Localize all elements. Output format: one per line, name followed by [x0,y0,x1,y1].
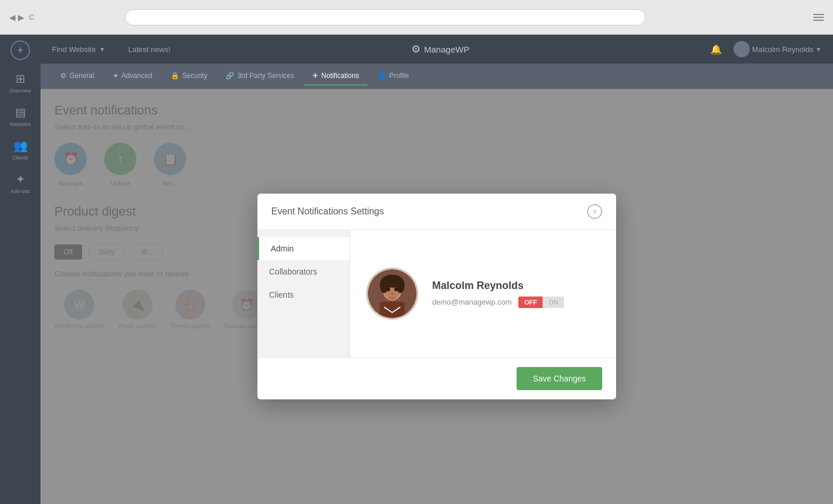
find-website-label: Find Website [52,45,96,54]
notification-toggle[interactable]: OFF ON [518,297,564,308]
dropdown-arrow-icon: ▼ [99,46,105,53]
sidebar-item-overview[interactable]: ⊞ Overview [0,67,40,98]
modal-nav-admin-label: Admin [271,244,294,253]
svg-point-5 [380,278,389,293]
browser-chrome: ◀ ▶ C [0,0,833,35]
sidebar: + ⊞ Overview ▤ Websites 👥 Clients ✦ Add-… [0,35,40,504]
user-email-row: demo@managewp.com OFF ON [432,297,600,308]
tab-notifications[interactable]: ✈ Notifications [304,67,367,86]
tab-security-label: Security [182,72,207,80]
sidebar-item-addons[interactable]: ✦ Add-ons [0,168,40,199]
tabs-bar: ⚙ General ✦ Advanced 🔒 Security 🔗 3rd Pa… [40,64,833,89]
modal-nav-admin[interactable]: Admin [257,237,349,260]
tab-3rd-party-label: 3rd Party Services [237,72,294,80]
nav-forward[interactable]: ▶ [18,13,24,22]
sidebar-addons-label: Add-ons [10,188,30,194]
notifications-icon: ✈ [312,72,318,80]
modal-sidebar-nav: Admin Collaborators Clients [257,230,350,357]
nav-arrows: ◀ ▶ [9,13,24,22]
modal-nav-collaborators[interactable]: Collaborators [257,260,349,283]
profile-icon: 👤 [378,72,386,80]
user-avatar-img [368,269,417,318]
address-bar[interactable] [125,9,646,25]
app-container: + ⊞ Overview ▤ Websites 👥 Clients ✦ Add-… [0,35,833,504]
user-info: Malcolm Reynolds demo@managewp.com OFF O… [432,280,600,308]
save-changes-button[interactable]: Save Changes [517,367,602,390]
modal-overlay: Event Notifications Settings × Admin [40,89,833,504]
svg-point-9 [391,292,394,295]
top-bar: Find Website ▼ Latest news! ⚙ ManageWP 🔔… [40,35,833,64]
general-icon: ⚙ [60,72,67,80]
nav-back[interactable]: ◀ [9,13,16,22]
sidebar-websites-label: Websites [10,121,31,127]
svg-point-8 [395,287,398,291]
event-notifications-modal: Event Notifications Settings × Admin [257,194,616,399]
sidebar-item-websites[interactable]: ▤ Websites [0,101,40,132]
user-menu-arrow-icon: ▼ [816,46,821,53]
modal-nav-collaborators-label: Collaborators [269,267,317,276]
page-content: Event notifications Select add-on to set… [40,89,833,504]
managewp-logo: ⚙ ManageWP [411,43,469,55]
sidebar-clients-label: Clients [12,155,28,161]
tab-profile[interactable]: 👤 Profile [370,67,417,86]
advanced-icon: ✦ [113,72,119,80]
tab-security[interactable]: 🔒 Security [163,67,215,86]
notification-bell-icon[interactable]: 🔔 [710,44,722,55]
security-icon: 🔒 [171,72,179,80]
close-icon: × [592,207,597,216]
modal-main-content: Malcolm Reynolds demo@managewp.com OFF O… [350,230,616,357]
svg-point-6 [396,278,405,293]
modal-title: Event Notifications Settings [271,206,384,217]
tab-advanced-label: Advanced [121,72,152,80]
main-content: Find Website ▼ Latest news! ⚙ ManageWP 🔔… [40,35,833,504]
find-website-dropdown[interactable]: Find Website ▼ [52,45,105,54]
toggle-off-label: OFF [518,297,543,308]
tab-notifications-label: Notifications [321,72,359,80]
tab-general-label: General [69,72,94,80]
tab-advanced[interactable]: ✦ Advanced [105,67,160,86]
tab-general[interactable]: ⚙ General [52,67,102,86]
user-menu[interactable]: Malcolm Reynolds ▼ [734,41,821,57]
modal-nav-clients-label: Clients [269,290,294,299]
modal-nav-clients[interactable]: Clients [257,283,349,306]
user-avatar [366,268,418,320]
tab-3rd-party[interactable]: 🔗 3rd Party Services [218,67,302,86]
latest-news-label: Latest news! [128,45,171,54]
user-avatar-small [734,41,750,57]
svg-point-7 [387,287,390,291]
modal-header: Event Notifications Settings × [257,194,616,230]
refresh-button[interactable]: C [29,13,34,21]
websites-icon: ▤ [15,105,26,119]
clients-icon: 👥 [13,139,28,153]
hamburger-menu[interactable] [813,14,824,21]
overview-icon: ⊞ [16,72,25,86]
modal-footer: Save Changes [257,357,616,399]
tab-profile-label: Profile [389,72,409,80]
modal-body: Admin Collaborators Clients [257,230,616,357]
svg-rect-3 [380,302,405,320]
user-name-label: Malcolm Reynolds [752,45,813,54]
toggle-on-label: ON [543,297,564,308]
logo-text: ManageWP [424,45,469,54]
logo-icon: ⚙ [411,43,421,55]
sidebar-overview-label: Overview [9,88,31,94]
addons-icon: ✦ [16,172,25,186]
3rd-party-icon: 🔗 [226,72,234,80]
user-email: demo@managewp.com [432,298,511,306]
modal-close-button[interactable]: × [587,204,602,219]
sidebar-item-clients[interactable]: 👥 Clients [0,134,40,165]
add-button[interactable]: + [10,40,30,60]
user-name: Malcolm Reynolds [432,280,600,292]
